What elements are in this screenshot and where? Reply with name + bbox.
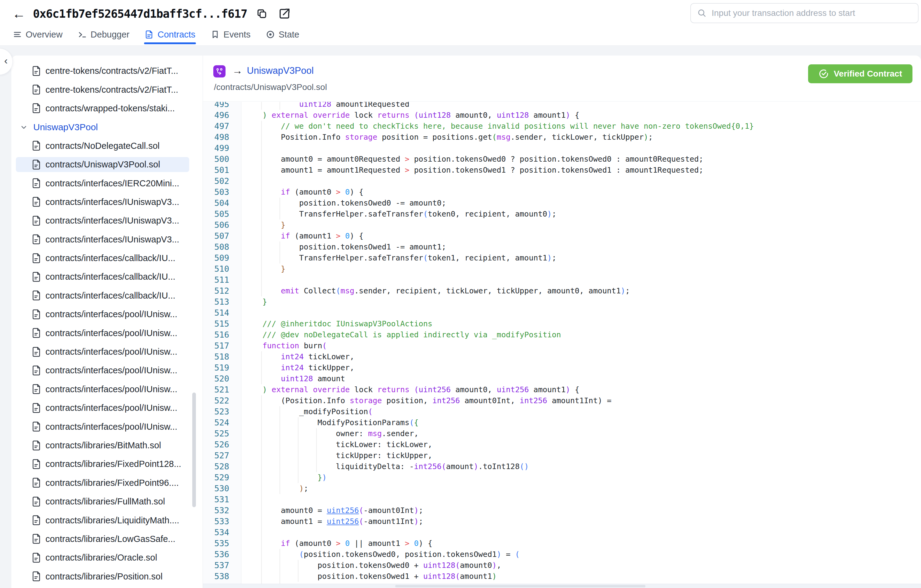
file-text-icon [32, 552, 41, 563]
line-number: 514 [203, 307, 229, 318]
line-number: 497 [203, 121, 229, 132]
sidebar-file-item[interactable]: contracts/libraries/Position.sol [11, 567, 203, 584]
indent-guide [261, 560, 262, 571]
external-link-icon[interactable] [277, 6, 292, 22]
sidebar-file-item[interactable]: centre-tokens/contracts/v2/FiatT... [11, 62, 203, 80]
code-text: ) external override lock returns (uint25… [262, 384, 579, 395]
line-number: 499 [203, 143, 229, 154]
code-line: 509TransferHelper.safeTransfer(token1, r… [203, 253, 921, 263]
code-line: 505TransferHelper.safeTransfer(token0, r… [203, 209, 921, 219]
sidebar-file-item[interactable]: contracts/wrapped-tokens/staki... [11, 99, 203, 118]
sidebar-file-item[interactable]: contracts/interfaces/callback/IU... [11, 268, 203, 286]
sidebar-scrollbar[interactable] [192, 393, 196, 507]
tab-debugger[interactable]: Debugger [77, 25, 130, 44]
copy-icon[interactable] [254, 6, 270, 22]
indent-guide [261, 351, 262, 362]
tab-overview[interactable]: Overview [12, 25, 63, 44]
line-number: 530 [203, 483, 229, 494]
sidebar-file-item[interactable]: contracts/interfaces/pool/IUnisw... [11, 361, 203, 380]
sidebar-file-item[interactable]: contracts/interfaces/callback/IU... [11, 286, 203, 305]
sidebar-file-item[interactable]: contracts/interfaces/IUniswapV3... [11, 193, 203, 211]
indent-guide [261, 362, 262, 373]
code-line: 527tickUpper: tickUpper, [203, 450, 921, 461]
tab-events[interactable]: Events [210, 25, 251, 44]
chevron-left-icon: ‹ [4, 55, 8, 67]
file-label: contracts/libraries/FixedPoint96.... [46, 478, 179, 488]
sidebar-file-item[interactable]: contracts/NoDelegateCall.sol [11, 136, 203, 155]
line-number: 517 [203, 340, 229, 351]
sidebar-contract-group[interactable]: UniswapV3Pool [11, 118, 203, 136]
code-horizontal-scrollbar[interactable] [203, 584, 921, 588]
line-number: 533 [203, 516, 229, 527]
code-line: 531 [203, 494, 921, 505]
indent-guide [261, 219, 262, 231]
sidebar-file-item[interactable]: contracts/libraries/LiquidityMath.... [11, 511, 203, 530]
sidebar-file-item[interactable]: contracts/interfaces/pool/IUnisw... [11, 380, 203, 399]
search-input[interactable] [712, 8, 912, 18]
file-label: contracts/interfaces/callback/IU... [46, 291, 176, 301]
code-text: TransferHelper.safeTransfer(token0, reci… [262, 209, 557, 219]
indent-guide [261, 494, 262, 505]
sidebar-file-item[interactable]: centre-tokens/contracts/v2/FiatT... [11, 80, 203, 99]
sidebar-file-item[interactable]: contracts/interfaces/pool/IUnisw... [11, 323, 203, 342]
indent-guide [261, 516, 262, 527]
sidebar-file-item[interactable]: contracts/interfaces/IUniswapV3... [11, 211, 203, 230]
code-text: tickUpper: tickUpper, [262, 450, 433, 461]
code-text: if (amount0 > 0 || amount1 > 0) { [262, 538, 433, 549]
code-text: } [262, 296, 267, 307]
sidebar-file-item[interactable]: contracts/interfaces/pool/IUnisw... [11, 343, 203, 361]
line-number: 536 [203, 549, 229, 560]
sidebar-file-item[interactable]: contracts/interfaces/callback/IU... [11, 249, 203, 268]
sidebar-file-item[interactable]: contracts/UniswapV3Pool.sol [11, 155, 203, 174]
sidebar-file-item[interactable]: contracts/libraries/Oracle.sol [11, 548, 203, 567]
code-line: 534 [203, 527, 921, 538]
code-text: int24 tickUpper, [262, 362, 354, 373]
file-label: centre-tokens/contracts/v2/FiatT... [46, 66, 178, 76]
contract-name-link[interactable]: UniswapV3Pool [247, 65, 314, 76]
line-number: 512 [203, 286, 229, 296]
verified-contract-badge[interactable]: Verified Contract [808, 64, 913, 83]
line-number: 496 [203, 110, 229, 121]
sidebar-file-item[interactable]: contracts/interfaces/pool/IUnisw... [11, 417, 203, 436]
code-text: position.tokensOwed1 -= amount1; [262, 242, 446, 253]
tab-contracts[interactable]: Contracts [144, 25, 196, 44]
tab-label: State [278, 29, 299, 40]
sidebar-file-item[interactable]: contracts/libraries/FullMath.sol [11, 492, 203, 511]
sidebar-collapse-button[interactable]: ‹ [0, 48, 13, 75]
code-text: amount0 = uint256(-amount0Int); [262, 505, 423, 516]
back-button[interactable]: ← [11, 6, 26, 21]
terminal-icon [78, 30, 87, 39]
file-text-icon [32, 178, 41, 188]
transaction-title-row: ← 0x6c1fb7ef5265447d1baff3cf...f617 [11, 4, 292, 23]
sidebar-file-item[interactable]: contracts/libraries/BitMath.sol [11, 436, 203, 455]
code-line: 523_modifyPosition( [203, 406, 921, 417]
line-number: 515 [203, 318, 229, 330]
indent-guide [261, 242, 262, 253]
sidebar-file-item[interactable]: contracts/libraries/FixedPoint96.... [11, 474, 203, 492]
code-text: if (amount0 > 0) { [262, 187, 363, 198]
transaction-hash-title: 0x6c1fb7ef5265447d1baff3cf...f617 [33, 7, 247, 20]
sidebar-file-item[interactable]: contracts/libraries/LowGasSafe... [11, 530, 203, 548]
file-text-icon [32, 141, 41, 151]
file-text-icon [32, 459, 41, 469]
line-number: 498 [203, 132, 229, 143]
file-label: UniswapV3Pool [33, 122, 98, 132]
sidebar-file-item[interactable]: contracts/libraries/FixedPoint128... [11, 455, 203, 473]
file-label: contracts/interfaces/callback/IU... [46, 253, 176, 263]
code-text: amount1 = amount1Requested > position.to… [262, 165, 703, 175]
file-label: contracts/UniswapV3Pool.sol [46, 159, 160, 170]
scrollbar-thumb[interactable] [395, 585, 646, 587]
sidebar-file-item[interactable]: contracts/interfaces/IERC20Mini... [11, 174, 203, 192]
sidebar-file-item[interactable]: contracts/interfaces/IUniswapV3... [11, 230, 203, 249]
indent-guide [261, 450, 262, 461]
file-text-icon [32, 253, 41, 263]
code-line: 499 [203, 143, 921, 154]
file-label: contracts/wrapped-tokens/staki... [46, 103, 175, 114]
target-icon [266, 30, 275, 39]
sidebar-file-item[interactable]: contracts/interfaces/pool/IUnisw... [11, 305, 203, 323]
code-text: // we don't need to checkTicks here, bec… [262, 121, 754, 132]
sidebar-file-item[interactable]: contracts/interfaces/pool/IUnisw... [11, 399, 203, 417]
line-number: 507 [203, 231, 229, 242]
chevron-down-icon [20, 123, 28, 131]
tab-state[interactable]: State [265, 25, 300, 44]
